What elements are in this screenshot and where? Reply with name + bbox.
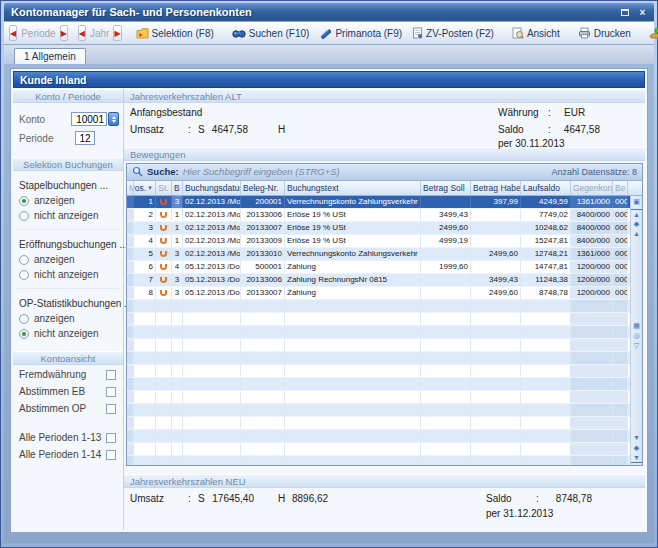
periode-prev-button[interactable]: ◀ bbox=[9, 25, 17, 41]
cell-buchungsdatum bbox=[183, 456, 241, 465]
cell-buchungstext bbox=[285, 326, 421, 338]
cell-betrag-soll bbox=[421, 274, 471, 286]
scroll-down-icon[interactable]: ▼ bbox=[631, 433, 642, 443]
jahr-next-button[interactable]: ▶ bbox=[113, 25, 121, 41]
col-header-gegenkonto[interactable]: Gegenkonto bbox=[571, 181, 613, 195]
empty-row bbox=[127, 313, 630, 326]
checkbox-abstimmen-op[interactable]: Abstimmen OP bbox=[13, 401, 123, 416]
periode-next-button[interactable]: ▶ bbox=[60, 25, 68, 41]
table-row[interactable]: 7 3 05.12.2013 /Do 20133006 Zahlung Rech… bbox=[127, 274, 630, 287]
close-button[interactable]: × bbox=[635, 6, 650, 19]
radio-stapel-nicht-anzeigen[interactable]: nicht anzeigen bbox=[13, 208, 123, 223]
suchen-button[interactable]: Suchen (F10) bbox=[227, 25, 315, 41]
table-row[interactable]: 1 3 02.12.2013 /Mo 200001 Verrechnungsko… bbox=[127, 196, 630, 209]
cell-beleg-nr bbox=[241, 313, 285, 325]
cell-pos bbox=[134, 339, 156, 351]
col-header-laufsaldo[interactable]: Laufsaldo bbox=[521, 181, 571, 195]
cell-m bbox=[127, 352, 134, 364]
empty-row bbox=[127, 326, 630, 339]
grid-view-icon[interactable]: ▦ bbox=[631, 321, 642, 331]
cell-pos bbox=[134, 365, 156, 377]
cell-m bbox=[127, 365, 134, 377]
col-header-beleg-nr[interactable]: Beleg-Nr. bbox=[241, 181, 285, 195]
col-header-betrag-haben[interactable]: Betrag Haben bbox=[471, 181, 521, 195]
grid-search-icon[interactable]: ◎ bbox=[631, 331, 642, 341]
cell-buchungsdatum bbox=[183, 365, 241, 377]
radio-eroeffnung-anzeigen[interactable]: anzeigen bbox=[13, 252, 123, 267]
cell-status bbox=[156, 456, 172, 465]
col-header-be[interactable]: Be bbox=[613, 181, 628, 195]
cell-buchungsdatum bbox=[183, 326, 241, 338]
extras-button[interactable]: Extras bbox=[644, 25, 658, 41]
ansicht-button[interactable]: Ansicht bbox=[507, 25, 565, 41]
cell-buchungstext bbox=[285, 378, 421, 390]
cell-status bbox=[156, 235, 172, 247]
anfangsbestand-label: Anfangsbestand bbox=[130, 107, 202, 118]
grid-search-bar[interactable]: Suche: Hier Suchbegriff eingeben (STRG+S… bbox=[127, 164, 642, 181]
scroll-to-top-icon[interactable]: ▲ bbox=[631, 209, 642, 219]
primanota-button[interactable]: Primanota (F9) bbox=[314, 25, 407, 41]
cell-betrag-soll bbox=[421, 365, 471, 377]
col-header-buchungstext[interactable]: Buchungstext bbox=[285, 181, 421, 195]
radio-eroeffnung-nicht-anzeigen[interactable]: nicht anzeigen bbox=[13, 267, 123, 282]
cell-pos: 7 bbox=[134, 274, 156, 286]
zv-posten-button[interactable]: ZV-Posten (F2) bbox=[407, 25, 499, 41]
col-header-m[interactable]: M bbox=[127, 181, 134, 195]
cell-beleg-nr bbox=[241, 456, 285, 465]
col-header-buchungsdatum[interactable]: Buchungsdatum bbox=[183, 181, 241, 195]
checkbox-fremdwaehrung[interactable]: Fremdwährung bbox=[13, 367, 123, 382]
stapel-status-icon bbox=[160, 264, 167, 270]
page-down-icon[interactable]: ◆ bbox=[631, 443, 642, 453]
konto-spinner[interactable] bbox=[108, 112, 119, 126]
restore-button[interactable] bbox=[617, 6, 632, 19]
selektion-buchungen-header: Selektion Buchungen bbox=[13, 157, 123, 171]
scroll-to-bottom-icon[interactable]: ▼ bbox=[631, 453, 642, 463]
cell-status bbox=[156, 326, 172, 338]
checkbox-abstimmen-eb[interactable]: Abstimmen EB bbox=[13, 384, 123, 399]
cell-betrag-soll bbox=[421, 430, 471, 442]
col-header-b[interactable]: B bbox=[172, 181, 183, 195]
periode-input[interactable] bbox=[75, 131, 95, 145]
stapel-status-icon bbox=[160, 238, 167, 244]
cell-pos: 2 bbox=[134, 209, 156, 221]
cell-betrag-soll bbox=[421, 248, 471, 260]
cell-betrag-haben bbox=[471, 456, 521, 465]
cell-status bbox=[156, 248, 172, 260]
cell-gegenkonto bbox=[571, 300, 613, 312]
table-row[interactable]: 8 3 05.12.2013 /Do 20133007 Zahlung 2499… bbox=[127, 287, 630, 300]
scroll-up-icon[interactable]: ▲ bbox=[631, 229, 642, 239]
cell-betrag-soll: 4999,19 bbox=[421, 235, 471, 247]
cell-status bbox=[156, 417, 172, 429]
table-row[interactable]: 2 1 02.12.2013 /Mo 20133006 Erlöse 19 % … bbox=[127, 209, 630, 222]
stapel-status-icon bbox=[160, 277, 167, 283]
table-row[interactable]: 4 1 02.12.2013 /Mo 20133009 Erlöse 19 % … bbox=[127, 235, 630, 248]
drucken-button[interactable]: Drucken bbox=[573, 25, 636, 41]
cell-buchungstext: Erlöse 19 % USt bbox=[285, 222, 421, 234]
checkbox-alle-perioden-14[interactable]: Alle Perioden 1-14 bbox=[13, 447, 123, 462]
column-chooser-icon[interactable]: ▣ bbox=[631, 197, 642, 207]
table-row[interactable]: 3 1 02.12.2013 /Mo 20133007 Erlöse 19 % … bbox=[127, 222, 630, 235]
cell-be bbox=[613, 300, 628, 312]
cell-betrag-soll bbox=[421, 326, 471, 338]
cell-be bbox=[613, 430, 628, 442]
jahr-prev-button[interactable]: ◀ bbox=[78, 25, 86, 41]
checkbox-alle-perioden-13[interactable]: Alle Perioden 1-13 bbox=[13, 430, 123, 445]
table-row[interactable]: 6 4 05.12.2013 /Do 500001 Zahlung 1999,6… bbox=[127, 261, 630, 274]
selektion-button[interactable]: Selektion (F8) bbox=[131, 25, 219, 41]
page-up-icon[interactable]: ◆ bbox=[631, 219, 642, 229]
binoculars-icon bbox=[232, 27, 246, 39]
cell-status bbox=[156, 443, 172, 455]
col-header-st[interactable]: St. bbox=[156, 181, 172, 195]
radio-op-nicht-anzeigen[interactable]: nicht anzeigen bbox=[13, 326, 123, 341]
col-header-betrag-soll[interactable]: Betrag Soll bbox=[421, 181, 471, 195]
radio-op-anzeigen[interactable]: anzeigen bbox=[13, 311, 123, 326]
grid-filter-icon[interactable]: ▽ bbox=[631, 341, 642, 351]
col-header-pos[interactable]: Pos.▼ bbox=[134, 181, 156, 195]
konto-input[interactable] bbox=[71, 112, 107, 126]
cell-m bbox=[127, 235, 134, 247]
spinner-up-icon bbox=[112, 116, 116, 119]
table-row[interactable]: 5 3 02.12.2013 /Mo 20133010 Verrechnungs… bbox=[127, 248, 630, 261]
radio-stapel-anzeigen[interactable]: anzeigen bbox=[13, 193, 123, 208]
tab-allgemein[interactable]: 1 Allgemein bbox=[14, 48, 86, 64]
empty-row bbox=[127, 352, 630, 365]
